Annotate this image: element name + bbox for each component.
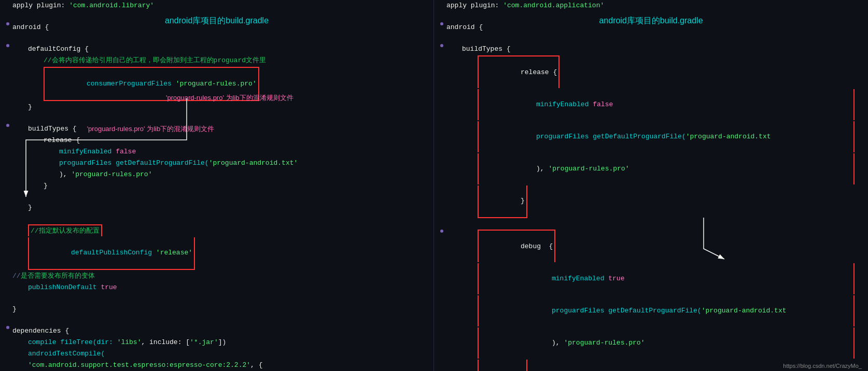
code-line-28: androidTestCompile( (0, 348, 433, 360)
arrow-svg (161, 98, 213, 192)
code-line-8: } (0, 102, 433, 113)
code-line-16 (0, 192, 433, 202)
default-publish-highlight: defaultPublishConfig 'release' (28, 237, 195, 270)
left-panel: android库项目的build.gradle apply plugin: 'c… (0, 0, 434, 371)
r-code-line-1: apply plugin: 'com.android.application' (434, 0, 868, 11)
code-line-17: } (0, 202, 433, 213)
footer-url: https://blog.csdn.net/CrazyMo_ (783, 363, 862, 369)
left-code: apply plugin: 'com.android.library' andr… (0, 0, 433, 371)
code-line-14: ), 'proguard-rules.pro' (0, 169, 433, 180)
code-line-15: } (0, 180, 433, 192)
code-line-21: //是否需要发布所有的变体 (0, 270, 433, 282)
code-line-6: //会将内容传递给引用自己的工程，即会附加到主工程的proguard文件里 (0, 55, 433, 66)
main-container: android库项目的build.gradle apply plugin: 'c… (0, 0, 868, 371)
code-line-19: //指定默认发布的配置 (0, 224, 433, 237)
r-code-line-15: ), 'proguard-rules.pro' (434, 327, 868, 359)
code-line-13: proguardFiles getDefaultProguardFile('pr… (0, 158, 433, 169)
r-code-line-12: debug { (434, 229, 868, 263)
r-code-line-10: } (434, 185, 868, 219)
code-line-9 (0, 113, 433, 123)
right-panel: android库项目的build.gradle apply plugin: 'c… (434, 0, 868, 371)
right-title: android库项目的build.gradle (599, 16, 703, 26)
code-line-24: } (0, 304, 433, 315)
r-code-line-9: ), 'proguard-rules.pro' (434, 153, 868, 185)
r-code-line-13: minifyEnabled true (434, 263, 868, 295)
left-title: android库项目的build.gradle (165, 16, 269, 26)
code-line-4 (0, 33, 433, 44)
code-line-5: defaultConfig { (0, 44, 433, 55)
code-line-11: release { (0, 135, 433, 146)
code-line-27: compile fileTree(dir: 'libs', include: [… (0, 337, 433, 348)
r-code-line-8: proguardFiles getDefaultProguardFile('pr… (434, 121, 868, 153)
right-code: apply plugin: 'com.android.application' … (434, 0, 868, 371)
code-line-20: defaultPublishConfig 'release' (0, 237, 433, 270)
code-line-22: publishNonDefault true (0, 282, 433, 293)
r-code-line-11 (434, 219, 868, 229)
r-code-line-5: buildTypes { (434, 44, 868, 55)
r-code-line-6: release { (434, 55, 868, 89)
r-code-line-7: minifyEnabled false (434, 89, 868, 121)
code-line-25 (0, 315, 433, 325)
r-code-line-4 (434, 33, 868, 44)
code-line-10: buildTypes { 'proguard-rules.pro' 为lib下的… (0, 123, 433, 135)
code-line-29: 'com.android.support.test.espresso:espre… (0, 360, 433, 371)
code-text: apply plugin: (12, 1, 69, 11)
code-line-26: dependencies { (0, 325, 433, 337)
code-line-12: minifyEnabled false (0, 146, 433, 158)
r-code-line-14: proguardFiles getDefaultProguardFile('pr… (434, 295, 868, 327)
code-line-1: apply plugin: 'com.android.library' (0, 0, 433, 11)
code-line-18 (0, 213, 433, 224)
code-line-23 (0, 293, 433, 304)
